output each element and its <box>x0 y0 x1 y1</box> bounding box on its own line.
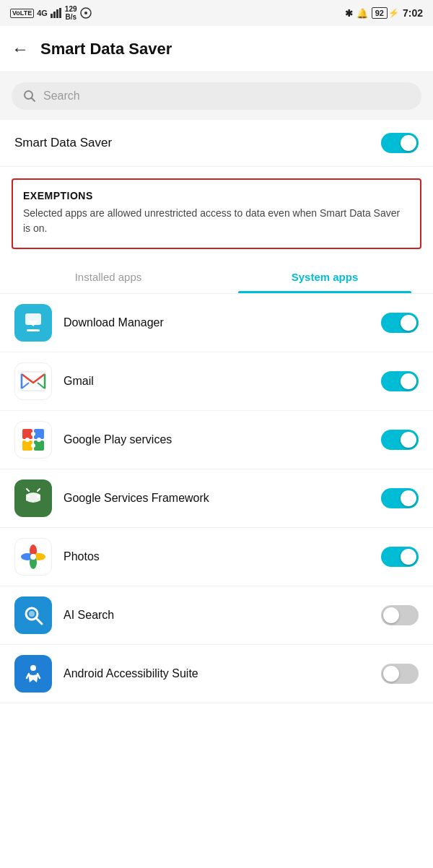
toggle-knob <box>401 432 416 448</box>
search-icon <box>23 90 36 103</box>
volte-indicator: VoLTE <box>10 9 34 18</box>
svg-rect-11 <box>21 372 45 391</box>
svg-rect-2 <box>56 9 58 18</box>
smart-data-saver-row: Smart Data Saver <box>0 120 433 167</box>
data-speed: 129B/s <box>65 5 77 21</box>
app-name-accessibility: Android Accessibility Suite <box>64 667 369 680</box>
svg-point-18 <box>37 438 41 442</box>
time-display: 7:02 <box>403 7 423 19</box>
toggle-knob <box>383 607 399 623</box>
app-icon-download-manager <box>14 304 52 342</box>
app-name-aisearch: AI Search <box>64 609 369 622</box>
svg-rect-12 <box>22 429 32 439</box>
svg-point-5 <box>84 12 87 14</box>
list-item: Gmail <box>0 352 433 411</box>
svg-rect-15 <box>34 440 44 451</box>
svg-point-17 <box>25 438 30 442</box>
toggle-aisearch[interactable] <box>381 605 419 625</box>
svg-line-7 <box>32 98 35 102</box>
toggle-knob <box>401 315 416 331</box>
toggle-knob <box>401 373 416 389</box>
list-item: Android Accessibility Suite <box>0 645 433 703</box>
nfc-icon <box>80 7 92 19</box>
list-item: Google Services Framework <box>0 469 433 528</box>
exemptions-description: Selected apps are allowed unrestricted a… <box>23 206 410 236</box>
list-item: AI Search <box>0 586 433 645</box>
app-icon-photos <box>14 538 52 576</box>
status-left: VoLTE 4G 129B/s <box>10 5 92 21</box>
app-bar: ← Smart Data Saver <box>0 26 433 72</box>
svg-point-19 <box>31 443 35 448</box>
toggle-photos[interactable] <box>381 547 419 567</box>
exemptions-title: EXEMPTIONS <box>23 190 410 201</box>
list-item: Download Manager <box>0 294 433 352</box>
page-title: Smart Data Saver <box>40 40 172 58</box>
silent-icon: 🔔 <box>357 8 368 19</box>
app-name-gps: Google Play services <box>64 433 369 446</box>
network-type: 4G <box>37 9 48 17</box>
toggle-accessibility[interactable] <box>381 664 419 684</box>
smart-data-saver-toggle[interactable] <box>381 133 419 153</box>
status-bar: VoLTE 4G 129B/s ✱ 🔔 92 ⚡ 7:02 <box>0 0 433 26</box>
svg-point-31 <box>29 611 35 617</box>
toggle-knob <box>383 666 399 682</box>
app-icon-accessibility <box>14 655 52 693</box>
svg-point-16 <box>31 432 35 436</box>
toggle-knob <box>401 549 416 565</box>
back-button[interactable]: ← <box>12 39 29 59</box>
svg-line-22 <box>27 489 29 491</box>
search-input[interactable]: Search <box>43 90 80 103</box>
battery-indicator: 92 ⚡ <box>372 7 399 19</box>
app-list: Download Manager Gmail <box>0 294 433 703</box>
app-icon-aisearch <box>14 596 52 634</box>
toggle-gps[interactable] <box>381 430 419 450</box>
app-icon-gps <box>14 421 52 459</box>
app-name-download-manager: Download Manager <box>64 316 369 329</box>
list-item: Google Play services <box>0 411 433 469</box>
tabs-container: Installed apps System apps <box>0 261 433 294</box>
smart-data-saver-label: Smart Data Saver <box>14 136 112 150</box>
signal-icon <box>51 8 62 18</box>
svg-rect-1 <box>53 12 56 18</box>
search-bar[interactable]: Search <box>12 82 421 110</box>
tab-installed-apps[interactable]: Installed apps <box>0 261 216 293</box>
svg-rect-14 <box>22 440 32 451</box>
toggle-gmail[interactable] <box>381 371 419 391</box>
svg-rect-13 <box>34 429 44 439</box>
toggle-download-manager[interactable] <box>381 313 419 333</box>
bluetooth-icon: ✱ <box>345 8 353 19</box>
svg-rect-3 <box>59 8 61 18</box>
svg-point-33 <box>30 665 36 671</box>
svg-line-23 <box>38 489 40 491</box>
toggle-gsf[interactable] <box>381 488 419 508</box>
exemptions-box: EXEMPTIONS Selected apps are allowed unr… <box>12 178 421 249</box>
svg-rect-0 <box>51 14 53 18</box>
svg-rect-10 <box>27 329 40 331</box>
tab-system-apps[interactable]: System apps <box>216 261 433 293</box>
app-name-gmail: Gmail <box>64 375 369 388</box>
search-container: Search <box>0 72 433 120</box>
app-name-photos: Photos <box>64 550 369 563</box>
app-icon-gmail <box>14 363 52 400</box>
app-icon-gsf <box>14 479 52 517</box>
svg-point-28 <box>30 554 36 560</box>
status-right: ✱ 🔔 92 ⚡ 7:02 <box>345 7 423 19</box>
list-item: Photos <box>0 528 433 586</box>
toggle-knob <box>401 135 416 151</box>
svg-line-30 <box>36 618 42 624</box>
app-name-gsf: Google Services Framework <box>64 492 369 505</box>
toggle-knob <box>401 490 416 506</box>
